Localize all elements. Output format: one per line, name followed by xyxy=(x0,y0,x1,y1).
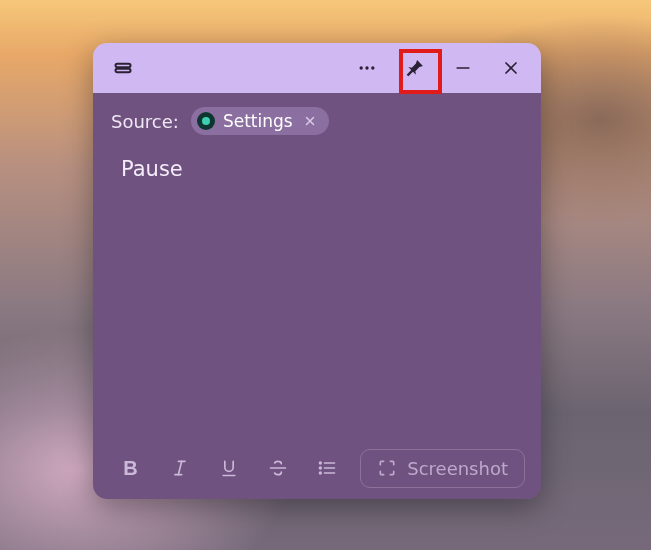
svg-point-3 xyxy=(365,66,368,69)
pin-icon[interactable] xyxy=(391,44,439,92)
titlebar xyxy=(93,43,541,93)
sticky-note-window: Source: Settings Pause B xyxy=(93,43,541,499)
screenshot-label: Screenshot xyxy=(407,458,508,479)
format-toolbar: B Screenshot xyxy=(93,437,541,499)
note-content[interactable]: Pause xyxy=(93,139,541,437)
minimize-icon[interactable] xyxy=(439,44,487,92)
svg-point-16 xyxy=(319,467,321,469)
svg-line-12 xyxy=(178,461,181,474)
italic-button[interactable] xyxy=(158,448,201,488)
settings-app-icon xyxy=(197,112,215,130)
screenshot-button[interactable]: Screenshot xyxy=(360,449,525,488)
svg-point-2 xyxy=(360,66,363,69)
source-chip-text: Settings xyxy=(223,111,293,131)
note-body: Source: Settings Pause B xyxy=(93,93,541,499)
source-row: Source: Settings xyxy=(93,93,541,139)
svg-point-15 xyxy=(319,462,321,464)
svg-point-4 xyxy=(371,66,374,69)
list-button[interactable] xyxy=(305,448,348,488)
more-icon[interactable] xyxy=(343,44,391,92)
menu-icon[interactable] xyxy=(99,44,147,92)
note-text: Pause xyxy=(121,157,183,181)
bold-button[interactable]: B xyxy=(109,448,152,488)
close-icon[interactable] xyxy=(487,44,535,92)
strikethrough-button[interactable] xyxy=(256,448,299,488)
source-chip[interactable]: Settings xyxy=(191,107,329,135)
underline-button[interactable] xyxy=(207,448,250,488)
svg-rect-1 xyxy=(116,69,131,72)
svg-rect-0 xyxy=(116,64,131,67)
svg-point-17 xyxy=(319,472,321,474)
chip-remove-icon[interactable] xyxy=(301,112,319,130)
source-label: Source: xyxy=(111,111,179,132)
